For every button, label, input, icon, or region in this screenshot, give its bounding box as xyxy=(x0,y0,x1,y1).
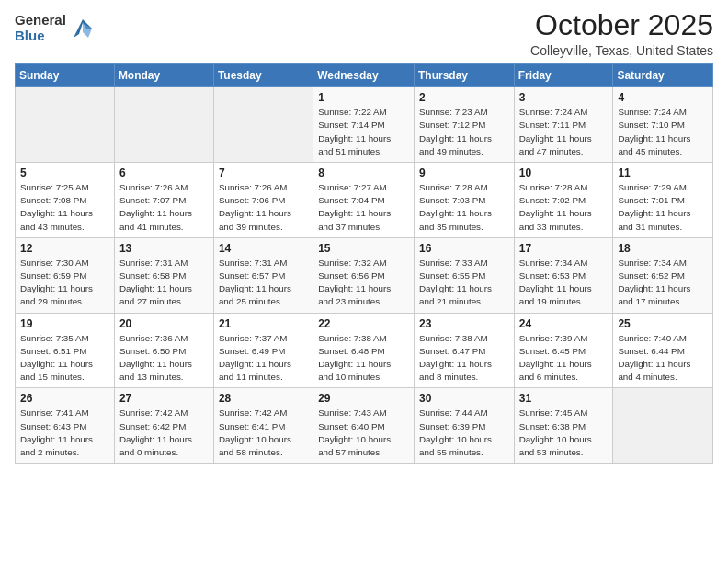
calendar-header-row: Sunday Monday Tuesday Wednesday Thursday… xyxy=(16,64,713,87)
header-row: General Blue October 2025 Colleyville, T… xyxy=(15,9,713,58)
calendar-cell: 25Sunrise: 7:40 AM Sunset: 6:44 PM Dayli… xyxy=(613,313,713,388)
day-info: Sunrise: 7:31 AM Sunset: 6:57 PM Dayligh… xyxy=(219,257,308,309)
calendar-body: 1Sunrise: 7:22 AM Sunset: 7:14 PM Daylig… xyxy=(16,87,713,464)
calendar-cell: 14Sunrise: 7:31 AM Sunset: 6:57 PM Dayli… xyxy=(213,237,313,313)
day-number: 24 xyxy=(519,317,609,330)
calendar-table: Sunday Monday Tuesday Wednesday Thursday… xyxy=(15,63,713,464)
day-number: 30 xyxy=(419,392,509,405)
day-info: Sunrise: 7:23 AM Sunset: 7:12 PM Dayligh… xyxy=(419,106,509,158)
calendar-cell: 6Sunrise: 7:26 AM Sunset: 7:07 PM Daylig… xyxy=(114,163,213,238)
day-info: Sunrise: 7:26 AM Sunset: 7:06 PM Dayligh… xyxy=(219,181,308,234)
day-info: Sunrise: 7:39 AM Sunset: 6:45 PM Dayligh… xyxy=(519,332,609,385)
calendar-cell: 20Sunrise: 7:36 AM Sunset: 6:50 PM Dayli… xyxy=(114,313,213,388)
day-number: 1 xyxy=(318,91,409,104)
day-number: 25 xyxy=(618,317,708,330)
calendar-cell: 24Sunrise: 7:39 AM Sunset: 6:45 PM Dayli… xyxy=(514,313,613,388)
calendar-cell: 11Sunrise: 7:29 AM Sunset: 7:01 PM Dayli… xyxy=(613,163,713,238)
calendar-cell: 18Sunrise: 7:34 AM Sunset: 6:52 PM Dayli… xyxy=(613,237,713,313)
calendar-cell: 29Sunrise: 7:43 AM Sunset: 6:40 PM Dayli… xyxy=(313,388,415,464)
day-number: 20 xyxy=(119,317,209,330)
calendar-cell: 17Sunrise: 7:34 AM Sunset: 6:53 PM Dayli… xyxy=(514,237,613,313)
header-monday: Monday xyxy=(114,64,213,87)
day-info: Sunrise: 7:40 AM Sunset: 6:44 PM Dayligh… xyxy=(618,332,708,385)
day-info: Sunrise: 7:35 AM Sunset: 6:51 PM Dayligh… xyxy=(20,332,109,385)
day-number: 9 xyxy=(419,167,509,179)
day-number: 26 xyxy=(20,392,109,405)
calendar-cell xyxy=(16,87,115,163)
day-info: Sunrise: 7:29 AM Sunset: 7:01 PM Dayligh… xyxy=(618,181,708,234)
day-info: Sunrise: 7:36 AM Sunset: 6:50 PM Dayligh… xyxy=(119,332,209,385)
calendar-cell: 5Sunrise: 7:25 AM Sunset: 7:08 PM Daylig… xyxy=(16,163,115,238)
header-tuesday: Tuesday xyxy=(213,64,313,87)
calendar-week-2: 12Sunrise: 7:30 AM Sunset: 6:59 PM Dayli… xyxy=(16,237,713,313)
day-info: Sunrise: 7:33 AM Sunset: 6:55 PM Dayligh… xyxy=(419,257,509,309)
day-number: 10 xyxy=(519,167,609,179)
logo: General Blue xyxy=(15,13,96,43)
day-number: 13 xyxy=(119,242,209,255)
calendar-cell: 12Sunrise: 7:30 AM Sunset: 6:59 PM Dayli… xyxy=(16,237,115,313)
calendar-week-3: 19Sunrise: 7:35 AM Sunset: 6:51 PM Dayli… xyxy=(16,313,713,388)
day-number: 5 xyxy=(20,167,109,179)
calendar-cell: 21Sunrise: 7:37 AM Sunset: 6:49 PM Dayli… xyxy=(213,313,313,388)
calendar-cell xyxy=(213,87,313,163)
day-number: 11 xyxy=(618,167,708,179)
day-number: 18 xyxy=(618,242,708,255)
day-number: 12 xyxy=(20,242,109,255)
calendar-cell: 23Sunrise: 7:38 AM Sunset: 6:47 PM Dayli… xyxy=(415,313,515,388)
header-wednesday: Wednesday xyxy=(313,64,415,87)
calendar-cell: 4Sunrise: 7:24 AM Sunset: 7:10 PM Daylig… xyxy=(613,87,713,163)
title-block: October 2025 Colleyville, Texas, United … xyxy=(530,9,713,58)
calendar-cell: 22Sunrise: 7:38 AM Sunset: 6:48 PM Dayli… xyxy=(313,313,415,388)
calendar-cell: 1Sunrise: 7:22 AM Sunset: 7:14 PM Daylig… xyxy=(313,87,415,163)
calendar-cell: 30Sunrise: 7:44 AM Sunset: 6:39 PM Dayli… xyxy=(415,388,515,464)
day-info: Sunrise: 7:43 AM Sunset: 6:40 PM Dayligh… xyxy=(318,407,409,459)
day-info: Sunrise: 7:34 AM Sunset: 6:52 PM Dayligh… xyxy=(618,257,708,309)
logo-blue: Blue xyxy=(15,29,66,44)
day-info: Sunrise: 7:24 AM Sunset: 7:10 PM Dayligh… xyxy=(618,106,708,158)
day-number: 16 xyxy=(419,242,509,255)
calendar-cell: 10Sunrise: 7:28 AM Sunset: 7:02 PM Dayli… xyxy=(514,163,613,238)
day-info: Sunrise: 7:28 AM Sunset: 7:03 PM Dayligh… xyxy=(419,181,509,234)
day-info: Sunrise: 7:44 AM Sunset: 6:39 PM Dayligh… xyxy=(419,407,509,459)
day-number: 21 xyxy=(219,317,308,330)
day-info: Sunrise: 7:42 AM Sunset: 6:41 PM Dayligh… xyxy=(219,407,308,459)
day-info: Sunrise: 7:31 AM Sunset: 6:58 PM Dayligh… xyxy=(119,257,209,309)
header-thursday: Thursday xyxy=(415,64,515,87)
day-info: Sunrise: 7:42 AM Sunset: 6:42 PM Dayligh… xyxy=(119,407,209,459)
day-number: 23 xyxy=(419,317,509,330)
day-number: 29 xyxy=(318,392,409,405)
day-number: 17 xyxy=(519,242,609,255)
calendar-cell: 7Sunrise: 7:26 AM Sunset: 7:06 PM Daylig… xyxy=(213,163,313,238)
calendar-cell: 16Sunrise: 7:33 AM Sunset: 6:55 PM Dayli… xyxy=(415,237,515,313)
day-number: 4 xyxy=(618,91,708,104)
day-number: 22 xyxy=(318,317,409,330)
day-info: Sunrise: 7:45 AM Sunset: 6:38 PM Dayligh… xyxy=(519,407,609,459)
calendar-week-4: 26Sunrise: 7:41 AM Sunset: 6:43 PM Dayli… xyxy=(16,388,713,464)
day-number: 2 xyxy=(419,91,509,104)
day-info: Sunrise: 7:38 AM Sunset: 6:48 PM Dayligh… xyxy=(318,332,409,385)
calendar-cell: 13Sunrise: 7:31 AM Sunset: 6:58 PM Dayli… xyxy=(114,237,213,313)
location-subtitle: Colleyville, Texas, United States xyxy=(530,43,713,58)
day-number: 15 xyxy=(318,242,409,255)
calendar-cell: 28Sunrise: 7:42 AM Sunset: 6:41 PM Dayli… xyxy=(213,388,313,464)
calendar-week-0: 1Sunrise: 7:22 AM Sunset: 7:14 PM Daylig… xyxy=(16,87,713,163)
day-info: Sunrise: 7:38 AM Sunset: 6:47 PM Dayligh… xyxy=(419,332,509,385)
calendar-cell: 19Sunrise: 7:35 AM Sunset: 6:51 PM Dayli… xyxy=(16,313,115,388)
header-friday: Friday xyxy=(514,64,613,87)
day-number: 6 xyxy=(119,167,209,179)
calendar-cell: 31Sunrise: 7:45 AM Sunset: 6:38 PM Dayli… xyxy=(514,388,613,464)
calendar-cell: 27Sunrise: 7:42 AM Sunset: 6:42 PM Dayli… xyxy=(114,388,213,464)
logo-text: General Blue xyxy=(15,13,66,43)
day-number: 14 xyxy=(219,242,308,255)
day-number: 7 xyxy=(219,167,308,179)
day-number: 19 xyxy=(20,317,109,330)
logo-icon xyxy=(70,16,96,41)
calendar-cell: 15Sunrise: 7:32 AM Sunset: 6:56 PM Dayli… xyxy=(313,237,415,313)
day-info: Sunrise: 7:28 AM Sunset: 7:02 PM Dayligh… xyxy=(519,181,609,234)
header-saturday: Saturday xyxy=(613,64,713,87)
calendar-week-1: 5Sunrise: 7:25 AM Sunset: 7:08 PM Daylig… xyxy=(16,163,713,238)
day-info: Sunrise: 7:24 AM Sunset: 7:11 PM Dayligh… xyxy=(519,106,609,158)
calendar-cell xyxy=(114,87,213,163)
calendar-cell: 2Sunrise: 7:23 AM Sunset: 7:12 PM Daylig… xyxy=(415,87,515,163)
day-info: Sunrise: 7:25 AM Sunset: 7:08 PM Dayligh… xyxy=(20,181,109,234)
